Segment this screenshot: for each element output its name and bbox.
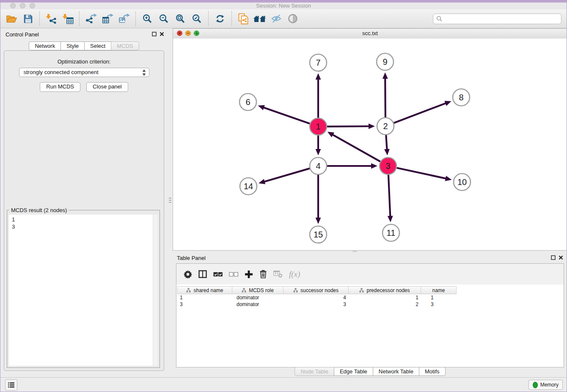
column-header-predecessor-nodes[interactable]: predecessor nodes bbox=[349, 286, 421, 294]
column-header-shared-name[interactable]: shared name bbox=[177, 286, 232, 294]
graph-node-label-2: 2 bbox=[383, 121, 388, 131]
run-mcds-button[interactable]: Run MCDS bbox=[40, 82, 80, 92]
vertical-split-handle[interactable] bbox=[169, 198, 171, 203]
table-options-button[interactable] bbox=[184, 268, 192, 281]
import-table-button[interactable] bbox=[61, 11, 74, 26]
export-image-button[interactable] bbox=[117, 11, 131, 26]
first-neighbors-button[interactable] bbox=[253, 11, 267, 26]
tab-network-table[interactable]: Network Table bbox=[373, 367, 419, 376]
float-panel-icon[interactable] bbox=[152, 32, 157, 36]
column-header-mcds-role[interactable]: MCDS role bbox=[232, 286, 284, 294]
column-label: predecessor nodes bbox=[366, 287, 410, 293]
show-graphics-details-button[interactable] bbox=[286, 11, 300, 26]
zoom-out-button[interactable] bbox=[157, 11, 171, 26]
tab-style[interactable]: Style bbox=[61, 41, 85, 50]
cell-mcds-role[interactable]: dominator bbox=[232, 301, 284, 307]
float-table-panel-icon[interactable] bbox=[551, 255, 556, 260]
clear-selection-button[interactable] bbox=[229, 268, 238, 281]
graph-node-label-1: 1 bbox=[316, 122, 320, 131]
select-all-icon bbox=[213, 272, 223, 277]
add-column-button[interactable] bbox=[245, 268, 253, 281]
delete-table-icon bbox=[273, 271, 283, 278]
apply-layout-button[interactable] bbox=[213, 11, 227, 26]
edge-1-6[interactable] bbox=[263, 107, 310, 124]
edge-4-14[interactable] bbox=[264, 168, 310, 182]
delete-column-button[interactable] bbox=[259, 268, 267, 281]
task-history-button[interactable] bbox=[5, 379, 17, 391]
cell-mcds-role[interactable]: dominator bbox=[232, 295, 284, 301]
edge-3-1[interactable] bbox=[332, 134, 380, 162]
column-label: name bbox=[432, 287, 445, 293]
tab-network[interactable]: Network bbox=[29, 41, 61, 50]
network-graph[interactable]: 7968124314101511 bbox=[173, 39, 567, 250]
column-label: successor nodes bbox=[300, 287, 339, 293]
cell-predecessor-nodes[interactable]: 1 bbox=[349, 295, 421, 301]
control-panel-title: Control Panel bbox=[6, 31, 39, 38]
tab-edge-table[interactable]: Edge Table bbox=[334, 367, 373, 376]
search-icon bbox=[436, 16, 442, 22]
memory-status-icon bbox=[533, 382, 538, 388]
column-header-name[interactable]: name bbox=[421, 286, 457, 294]
zoom-in-button[interactable] bbox=[140, 11, 154, 26]
import-network-button[interactable] bbox=[44, 11, 58, 26]
network-zoom-button[interactable] bbox=[194, 30, 199, 36]
import-network-icon bbox=[46, 14, 57, 24]
save-disk-icon bbox=[24, 14, 33, 23]
tab-select[interactable]: Select bbox=[84, 41, 111, 50]
cell-predecessor-nodes[interactable]: 2 bbox=[349, 301, 421, 307]
edge-arrow-4-3 bbox=[371, 163, 377, 169]
attribute-icon bbox=[186, 288, 191, 293]
edge-2-3[interactable] bbox=[386, 135, 387, 150]
mcds-result-area[interactable]: 1 3 bbox=[9, 215, 158, 366]
import-table-icon bbox=[62, 14, 74, 24]
edge-arrow-2-8 bbox=[444, 101, 451, 106]
select-all-button[interactable] bbox=[213, 268, 223, 281]
tab-motifs[interactable]: Motifs bbox=[419, 367, 446, 376]
edge-3-10[interactable] bbox=[397, 168, 447, 179]
minimize-glyph-icon bbox=[187, 32, 190, 35]
edge-2-9[interactable] bbox=[385, 77, 385, 117]
criterion-select[interactable]: strongly connected component bbox=[19, 68, 149, 77]
cell-name[interactable]: 3 bbox=[421, 301, 457, 307]
edge-2-8[interactable] bbox=[394, 103, 447, 123]
edge-3-11[interactable] bbox=[388, 175, 390, 217]
edge-arrow-4-15 bbox=[316, 218, 321, 224]
cell-successor-nodes[interactable]: 4 bbox=[284, 295, 349, 301]
toolbar-separator bbox=[79, 11, 80, 26]
clone-network-button[interactable] bbox=[237, 11, 250, 26]
show-column-button[interactable] bbox=[198, 268, 207, 281]
memory-button[interactable]: Memory bbox=[528, 380, 563, 390]
search-input[interactable] bbox=[442, 15, 558, 22]
close-table-panel-icon[interactable] bbox=[559, 255, 563, 260]
delete-table-button[interactable] bbox=[273, 268, 283, 281]
table-row-1[interactable]: 3dominator323 bbox=[177, 301, 564, 308]
open-session-button[interactable] bbox=[5, 11, 18, 26]
network-minimize-button[interactable] bbox=[185, 30, 191, 36]
zoom-fit-button[interactable] bbox=[173, 11, 187, 26]
network-canvas[interactable]: 7968124314101511 bbox=[173, 39, 567, 250]
cell-shared-name[interactable]: 3 bbox=[177, 301, 232, 307]
result-scrollbar[interactable] bbox=[153, 215, 158, 366]
save-session-button[interactable] bbox=[21, 11, 35, 26]
zoom-selected-button[interactable] bbox=[190, 11, 204, 26]
network-close-button[interactable] bbox=[177, 30, 182, 36]
close-panel-button[interactable]: Close panel bbox=[86, 82, 128, 92]
cell-successor-nodes[interactable]: 3 bbox=[284, 301, 349, 307]
function-builder-button[interactable]: f(x) bbox=[289, 268, 300, 281]
cell-shared-name[interactable]: 1 bbox=[177, 295, 232, 301]
edge-1-2[interactable] bbox=[327, 126, 370, 127]
toolbar-separator bbox=[208, 11, 209, 26]
export-table-button[interactable] bbox=[101, 11, 114, 26]
column-header-successor-nodes[interactable]: successor nodes bbox=[284, 286, 349, 294]
cell-name[interactable]: 1 bbox=[421, 295, 457, 301]
table-row-0[interactable]: 1dominator411 bbox=[177, 294, 564, 301]
export-network-button[interactable] bbox=[84, 11, 98, 26]
tab-mcds[interactable]: MCDS bbox=[111, 41, 139, 50]
close-panel-icon[interactable] bbox=[160, 32, 164, 36]
status-bar: Memory bbox=[0, 377, 567, 392]
export-image-icon bbox=[118, 14, 130, 24]
tab-node-table[interactable]: Node Table bbox=[295, 367, 334, 376]
hide-selected-button[interactable] bbox=[270, 11, 283, 26]
edge-arrow-1-2 bbox=[369, 124, 375, 129]
graph-node-label-4: 4 bbox=[316, 161, 320, 171]
